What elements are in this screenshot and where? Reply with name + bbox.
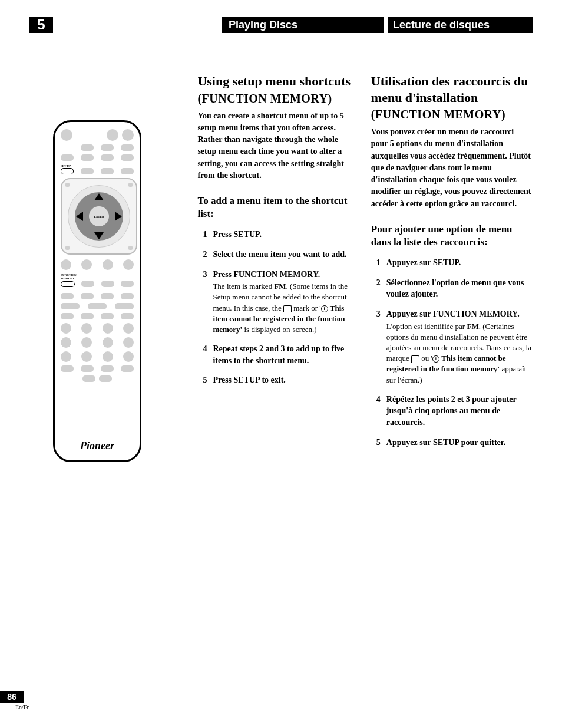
intro-english: You can create a shortcut menu of up to … [197,110,353,182]
procedure-heading-english: To add a menu item to the shortcut list: [197,195,353,220]
language-code: En/Fr [15,704,29,710]
english-column: Using setup menu shortcuts (FUNCTION MEM… [197,73,353,462]
info-icon [432,355,439,363]
steps-french: 1Appuyez sur SETUP. 2Sélectionnez l'opti… [371,257,533,448]
intro-french: Vous pouvez créer un menu de raccourci p… [371,126,533,210]
step-2-fr: 2Sélectionnez l'option de menu que vous … [371,277,533,300]
mark-icon [283,305,292,312]
step-5-fr: 5Appuyez sur SETUP pour quitter. [371,437,533,449]
subheading-english: (FUNCTION MEMORY) [197,92,353,106]
heading-english: Using setup menu shortcuts [197,73,353,90]
chapter-header: 5 Playing Discs Lecture de disques [29,17,533,33]
subheading-french: (FUNCTION MEMORY) [371,108,533,121]
arrow-down-icon [94,232,104,239]
step-2-en: 2Select the menu item you want to add. [197,249,353,261]
info-icon [321,305,328,312]
setup-button [61,168,74,174]
step-3-en: 3 Press FUNCTION MEMORY. The item is mar… [197,269,353,335]
function-memory-label-1: FUNCTION [61,274,134,276]
header-title-french: Lecture de disques [388,17,533,33]
step-4-fr: 4Répétez les points 2 et 3 pour ajouter … [371,394,533,429]
french-column: Utilisation des raccourcis du menu d'ins… [371,73,533,462]
step-1-fr: 1Appuyez sur SETUP. [371,257,533,269]
page-footer: 86 En/Fr [0,691,29,710]
step-3-fr: 3 Appuyez sur FUNCTION MEMORY. L'option … [371,308,533,386]
step-4-en: 4Repeat steps 2 and 3 to add up to five … [197,343,353,366]
header-title-english: Playing Discs [222,17,384,33]
enter-button: ENTER [89,206,109,226]
function-memory-button [61,281,75,287]
step-1-en: 1Press SETUP. [197,229,353,241]
steps-english: 1Press SETUP. 2Select the menu item you … [197,229,353,386]
direction-pad: ENTER [61,178,137,255]
arrow-right-icon [115,212,122,221]
function-memory-label-2: MEMORY [61,277,134,280]
arrow-left-icon [76,212,83,221]
arrow-up-icon [94,193,104,200]
chapter-number: 5 [29,17,53,33]
procedure-heading-french: Pour ajouter une option de menu dans la … [371,223,533,249]
setup-button-label: SET UP [61,164,134,167]
heading-french: Utilisation des raccourcis du menu d'ins… [371,73,533,106]
step-5-en: 5Press SETUP to exit. [197,374,353,386]
brand-logo: Pioneer [55,440,140,452]
mark-icon [411,355,419,363]
remote-illustration: SET UP ENTER FUNCTION [53,120,141,462]
page-number: 86 [0,691,24,703]
